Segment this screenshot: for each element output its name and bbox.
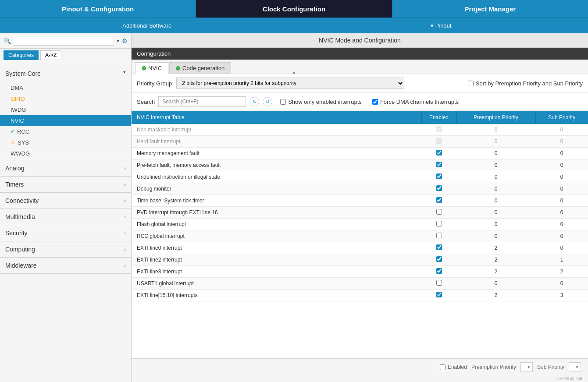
preemption-cell: 0	[456, 207, 535, 219]
preemption-cell: 0	[456, 183, 535, 195]
enabled-cell	[421, 183, 456, 195]
enabled-checkbox	[436, 138, 442, 144]
interrupt-name: Hard fault interrupt	[132, 136, 421, 148]
section-multimedia-header[interactable]: Multimedia ›	[0, 209, 131, 225]
preemption-cell: 2	[456, 254, 535, 266]
enabled-cell	[421, 242, 456, 254]
sub-priority-cell: 0	[535, 171, 588, 183]
sub-priority-select[interactable]	[569, 362, 581, 372]
preemption-cell: 2	[456, 266, 535, 278]
table-row: Hard fault interrupt 0 0	[132, 136, 588, 148]
system-core-items: DMA GPIO IWDG NVIC ✔ RCC ⚠ SYS	[0, 81, 131, 160]
section-timers: Timers ›	[0, 177, 131, 193]
interrupt-name: Undefined instruction or illegal state	[132, 171, 421, 183]
connectivity-chevron-icon: ›	[124, 198, 126, 203]
enabled-cell	[421, 278, 456, 290]
top-nav: Pinout & Configuration Clock Configurati…	[0, 0, 588, 18]
force-dma-checkbox[interactable]	[372, 99, 378, 105]
tab-code-generation[interactable]: Code generation	[169, 62, 231, 74]
tab-nvic[interactable]: NVIC	[135, 62, 168, 74]
enabled-checkbox[interactable]	[436, 197, 442, 203]
bottom-enabled-checkbox[interactable]	[440, 364, 445, 370]
search-prev-button[interactable]: ↻	[249, 97, 259, 106]
enabled-checkbox[interactable]	[436, 292, 442, 297]
bottom-preemption-label: Preemption Priority	[471, 364, 516, 370]
section-system-core-header[interactable]: ▲ System Core ▾	[0, 62, 131, 81]
gear-icon[interactable]: ⚙	[122, 37, 128, 44]
sidebar-item-wwdg[interactable]: WWDG	[0, 148, 131, 159]
security-chevron-icon: ›	[124, 230, 126, 236]
sidebar-item-iwdg[interactable]: IWDG	[0, 104, 131, 115]
table-row: Flash global interrupt 0 0	[132, 219, 588, 230]
table-header-row: NVIC Interrupt Table Enabled Preemption …	[132, 111, 588, 124]
enabled-checkbox[interactable]	[436, 221, 442, 226]
show-enabled-checkbox[interactable]	[280, 99, 286, 105]
section-connectivity: Connectivity ›	[0, 193, 131, 209]
enabled-cell	[421, 195, 456, 207]
preemption-cell: 0	[456, 136, 535, 148]
sub-priority-select-wrap	[569, 362, 581, 372]
force-dma-label: Force DMA channels Interrupts	[372, 99, 459, 105]
enabled-checkbox[interactable]	[436, 268, 442, 274]
enabled-cell	[421, 219, 456, 230]
section-computing: Computing ›	[0, 241, 131, 258]
interrupt-table-container: NVIC Interrupt Table Enabled Preemption …	[132, 111, 588, 358]
computing-chevron-icon: ›	[124, 247, 126, 252]
section-middleware-header[interactable]: Middleware ›	[0, 258, 131, 273]
config-bar: Configuration	[132, 48, 588, 60]
sub-priority-cell: 0	[535, 242, 588, 254]
enabled-checkbox[interactable]	[436, 173, 442, 179]
enabled-cell	[421, 159, 456, 171]
nav-additional-software[interactable]: Additional Software	[0, 18, 294, 33]
nav-clock[interactable]: Clock Configuration	[196, 0, 392, 18]
sidebar-item-sys[interactable]: ⚠ SYS	[0, 137, 131, 148]
sidebar-item-nvic[interactable]: NVIC	[0, 115, 131, 126]
tab-categories[interactable]: Categories	[4, 50, 39, 60]
timers-chevron-icon: ›	[124, 182, 126, 187]
priority-group-select[interactable]: 2 bits for pre-emption priority 2 bits f…	[176, 78, 404, 89]
section-security: Security ›	[0, 225, 131, 241]
interrupt-name: Memory management fault	[132, 148, 421, 159]
enabled-checkbox[interactable]	[436, 150, 442, 156]
interrupt-name: Flash global interrupt	[132, 219, 421, 230]
col-preemption: Preemption Priority	[456, 111, 535, 124]
sidebar-item-rcc[interactable]: ✔ RCC	[0, 126, 131, 137]
preemption-select-wrap	[520, 362, 533, 372]
enabled-checkbox[interactable]	[436, 209, 442, 215]
section-computing-header[interactable]: Computing ›	[0, 241, 131, 257]
table-row: Non maskable interrupt 0 0	[132, 124, 588, 136]
section-analog: Analog ›	[0, 160, 131, 177]
enabled-checkbox[interactable]	[436, 185, 442, 191]
search-input[interactable]	[13, 36, 114, 46]
interrupt-name: EXTI line[15:10] interrupts	[132, 290, 421, 301]
preemption-select[interactable]	[520, 362, 533, 372]
nav-pinout-sub[interactable]: ▾ Pinout	[294, 18, 588, 33]
nav-project[interactable]: Project Manager	[392, 0, 588, 18]
col-sub-priority: Sub Priority	[535, 111, 588, 124]
enabled-checkbox[interactable]	[436, 244, 442, 250]
search-next-button[interactable]: ↺	[263, 97, 272, 106]
search-icon[interactable]: 🔍	[4, 37, 11, 44]
dropdown-arrow-icon[interactable]: ▼	[116, 39, 120, 43]
middleware-chevron-icon: ›	[124, 263, 126, 268]
section-analog-header[interactable]: Analog ›	[0, 160, 131, 176]
section-timers-header[interactable]: Timers ›	[0, 177, 131, 192]
enabled-checkbox[interactable]	[436, 233, 442, 238]
section-connectivity-header[interactable]: Connectivity ›	[0, 193, 131, 209]
enabled-checkbox	[436, 126, 442, 132]
tab-az[interactable]: A->Z	[40, 50, 61, 60]
enabled-checkbox[interactable]	[436, 162, 442, 167]
preemption-cell: 2	[456, 242, 535, 254]
search-field[interactable]	[158, 96, 246, 107]
enabled-checkbox[interactable]	[436, 280, 442, 286]
section-security-header[interactable]: Security ›	[0, 225, 131, 241]
multimedia-chevron-icon: ›	[124, 214, 126, 219]
tab-bar: NVIC Code generation	[132, 60, 588, 74]
sort-priority-checkbox[interactable]	[468, 81, 474, 86]
sidebar-item-dma[interactable]: DMA	[0, 82, 131, 93]
sort-priority-label: Sort by Premption Priority and Sub Prior…	[468, 80, 583, 87]
interrupt-name: RCC global interrupt	[132, 230, 421, 242]
nav-pinout[interactable]: Pinout & Configuration	[0, 0, 196, 18]
enabled-checkbox[interactable]	[436, 256, 442, 262]
sidebar-item-gpio[interactable]: GPIO	[0, 93, 131, 104]
